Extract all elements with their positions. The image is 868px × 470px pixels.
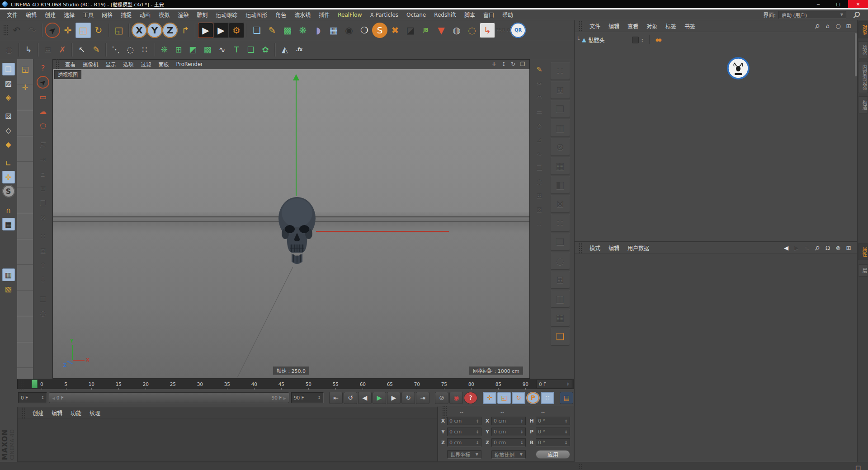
viewport-handle[interactable] — [56, 58, 60, 70]
tab-structure[interactable]: 构造 — [858, 96, 868, 113]
spinner-arrows-icon[interactable]: ↕ — [476, 419, 479, 423]
menu-options[interactable]: 选项 — [120, 60, 137, 69]
menu-view[interactable]: 查看 — [61, 60, 79, 69]
grid-points-icon[interactable]: ∷ — [137, 42, 152, 57]
spinner-arrows-icon[interactable]: ↕ — [520, 430, 524, 434]
menu-simulate[interactable]: 模拟 — [155, 9, 174, 20]
cube-green-icon[interactable]: ❏ — [244, 42, 258, 57]
spinner-arrows-icon[interactable]: ↕ — [476, 441, 479, 445]
spinner-arrows-icon[interactable]: ↕ — [520, 419, 524, 423]
play-forward-icon[interactable]: ▶ — [373, 392, 386, 404]
tab-layers[interactable]: 层 — [858, 264, 868, 277]
key-position-icon[interactable]: ✛ — [483, 392, 496, 404]
polygon-object-icon[interactable]: ▲ — [582, 37, 586, 43]
menu-file[interactable]: 文件 — [585, 21, 604, 31]
subdivision-surface-icon[interactable]: ▩ — [280, 23, 295, 38]
material-list[interactable] — [18, 419, 437, 461]
y-axis-lock-icon[interactable]: Y — [147, 23, 162, 38]
spinner-arrows-icon[interactable]: ↕ — [476, 430, 479, 434]
frame-ruler[interactable]: 051015202530354045505560657075808590 — [25, 379, 535, 389]
timeline-options-icon[interactable]: ▤ — [560, 392, 573, 404]
cloth-sail-icon[interactable]: ◭ — [278, 42, 292, 57]
polygon-pen-icon[interactable]: ✎ — [533, 64, 545, 75]
live-selection-tool-icon[interactable]: ➤ — [34, 73, 52, 91]
menu-cameras[interactable]: 摄像机 — [79, 60, 102, 69]
interface-dropdown[interactable]: 启动 (用户) ▼ — [778, 11, 846, 19]
undo-icon[interactable]: ↶ — [9, 23, 24, 38]
workplane-mode-icon[interactable]: ◈ — [2, 91, 15, 103]
phong-tag-icon[interactable]: ●● — [656, 38, 661, 42]
menu-animate[interactable]: 动画 — [136, 9, 155, 20]
path-filter-icon[interactable]: ○ — [834, 22, 842, 30]
key-pla-icon[interactable]: ∷ — [541, 392, 554, 404]
sketch-and-toon-icon[interactable]: S — [372, 23, 387, 38]
range-end-grip[interactable]: ▶ — [283, 396, 286, 400]
search-icon[interactable]: ⚲ — [811, 20, 823, 32]
ornament-spline-icon[interactable]: ✿ — [258, 42, 273, 57]
menu-octane[interactable]: Octane — [402, 10, 430, 19]
jb-plugin-icon[interactable]: JB — [418, 23, 434, 38]
scale-x-field[interactable]: 0 cm↕ — [491, 417, 526, 425]
history-scale-icon[interactable]: ◱ — [19, 63, 32, 75]
quantize-icon[interactable]: ▦ — [2, 218, 15, 230]
menu-create[interactable]: 创建 — [41, 9, 60, 20]
render-settings-icon[interactable]: ⚙ — [229, 23, 244, 38]
coordinate-system-dropdown[interactable]: 世界坐标 ▼ — [447, 450, 481, 459]
tab-attributes[interactable]: 属性 — [858, 243, 868, 260]
texture-mode-icon[interactable]: ▨ — [2, 77, 15, 89]
object-row[interactable]: └ ▲ 骷髅头 : ●● — [576, 35, 661, 45]
camera-object-icon[interactable]: ◉ — [341, 23, 357, 38]
spline-pen-icon[interactable]: ✎ — [89, 42, 104, 57]
quick-render-icon[interactable]: QR — [510, 23, 526, 38]
menu-view[interactable]: 查看 — [623, 21, 642, 31]
spinner-arrows-icon[interactable]: ↕ — [564, 430, 568, 434]
points-mode-icon[interactable]: ⚄ — [2, 110, 15, 122]
menu-sculpt[interactable]: 雕刻 — [193, 9, 212, 20]
scrollbar-thumb[interactable] — [855, 33, 857, 76]
menu-render[interactable]: 渲染 — [174, 9, 193, 20]
add-panel-icon[interactable]: ⊞ — [844, 244, 853, 252]
tweak-mode-icon[interactable]: ✜ — [2, 171, 15, 183]
menu-script[interactable]: 脚本 — [460, 9, 479, 20]
spinner-arrows-icon[interactable]: ↕ — [566, 382, 570, 386]
menu-x-particles[interactable]: X-Particles — [366, 10, 403, 19]
cube-tool-icon[interactable]: ❏ — [551, 328, 570, 345]
menu-panel[interactable]: 面板 — [155, 60, 173, 69]
coordinate-system-icon[interactable]: ↱ — [178, 23, 193, 38]
current-frame-marker[interactable] — [32, 380, 38, 388]
viewport-canvas[interactable]: 透视视图 Y X Z 帧速 : 250.0 网格间距 : 1000 cm — [53, 69, 529, 378]
material-manager-handle[interactable] — [22, 407, 26, 419]
rotate-view-icon[interactable]: ↻ — [509, 61, 517, 68]
spinner-arrows-icon[interactable]: ↕ — [564, 441, 568, 445]
search-icon[interactable]: ⚲ — [811, 242, 823, 254]
menu-redshift[interactable]: Redshift — [430, 10, 460, 19]
home-icon[interactable]: ⌂ — [824, 22, 832, 30]
goto-start-icon[interactable]: ⇤ — [329, 392, 343, 404]
menu-prorender[interactable]: ProRender — [173, 60, 207, 68]
metaball-icon[interactable]: ◗ — [311, 23, 326, 38]
xparticles-icon[interactable]: ✖ — [387, 23, 403, 38]
next-frame-icon[interactable]: ▶ — [387, 392, 401, 404]
menu-tags[interactable]: 标签 — [661, 21, 680, 31]
spinner-arrows-icon[interactable]: ↕ — [41, 395, 45, 400]
last-used-tool-icon[interactable]: ◱ — [111, 23, 127, 38]
dotted-ring-icon[interactable]: ◌ — [464, 23, 480, 38]
polygon-selection-icon[interactable]: ⬠ — [37, 119, 49, 132]
smooth-subdivide-icon[interactable]: ▩ — [200, 42, 215, 57]
scale-z-field[interactable]: 0 cm↕ — [491, 438, 526, 447]
menu-objects[interactable]: 对象 — [642, 21, 661, 31]
menu-edit[interactable]: 编辑 — [604, 243, 623, 253]
mirror-tool-icon[interactable]: ⊞ — [171, 42, 186, 57]
current-frame-field[interactable]: 0 F ↕ — [18, 392, 47, 403]
pen-spline-icon[interactable]: ✎ — [264, 23, 280, 38]
menu-display[interactable]: 显示 — [102, 60, 120, 69]
preview-range-slider[interactable]: ◀ 0 F 90 F ▶ — [49, 392, 289, 403]
end-frame-field[interactable]: 90 F ↕ — [291, 392, 324, 403]
statusbar-handle[interactable] — [579, 464, 583, 469]
visibility-toggle[interactable] — [632, 37, 639, 43]
magnet-points-icon[interactable]: ❊ — [157, 42, 171, 57]
text-spline-icon[interactable]: T — [229, 42, 244, 57]
light-object-icon[interactable]: ❍ — [357, 23, 372, 38]
spinner-arrows-icon[interactable]: ↕ — [317, 395, 321, 400]
menu-motion-tracker[interactable]: 运动跟踪 — [212, 9, 241, 20]
